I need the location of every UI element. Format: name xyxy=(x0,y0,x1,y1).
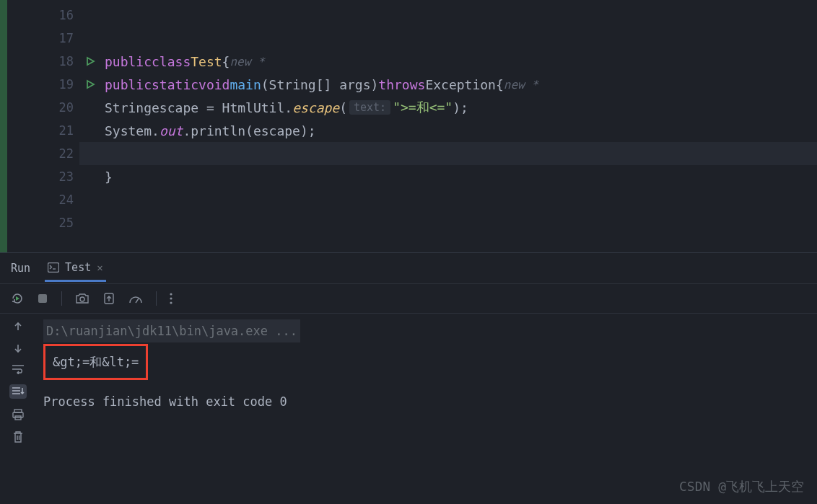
line-number[interactable]: 22 xyxy=(14,142,79,165)
scroll-to-end-icon[interactable] xyxy=(9,384,27,399)
gutter[interactable]: 16 17 18 19 20 21 22 23 24 25 xyxy=(14,0,79,252)
code-line-current[interactable] xyxy=(79,142,817,165)
line-number[interactable]: 24 xyxy=(14,188,79,211)
code-line[interactable]: System.out.println(escape); xyxy=(79,119,817,142)
up-arrow-icon[interactable] xyxy=(12,321,24,332)
console-wrap: D:\ruanjian\jdk11\bin\java.exe ... &gt;=… xyxy=(0,314,817,451)
more-icon[interactable] xyxy=(170,293,172,304)
trash-icon[interactable] xyxy=(12,430,24,443)
code-line[interactable] xyxy=(79,4,817,27)
line-number[interactable]: 18 xyxy=(14,50,79,73)
watermark: CSDN @飞机飞上天空 xyxy=(679,478,804,495)
margin-inner xyxy=(7,0,14,252)
svg-point-7 xyxy=(170,297,172,299)
line-number[interactable]: 25 xyxy=(14,211,79,234)
code-editor: 16 17 18 19 20 21 22 23 24 25 public cla… xyxy=(0,0,817,252)
code-line[interactable]: public static void main(String[] args) t… xyxy=(79,73,817,96)
export-icon[interactable] xyxy=(102,292,115,305)
run-tab[interactable]: Test ✕ xyxy=(45,255,106,282)
code-line[interactable]: } xyxy=(79,165,817,188)
code-line[interactable]: public class Test { new * xyxy=(79,50,817,73)
param-hint: text: xyxy=(349,100,390,115)
down-arrow-icon[interactable] xyxy=(12,342,24,354)
toolbar-separator xyxy=(156,291,157,306)
tab-label: Test xyxy=(65,261,91,274)
rerun-icon[interactable] xyxy=(11,292,24,305)
soft-wrap-icon[interactable] xyxy=(12,364,25,374)
line-number[interactable]: 20 xyxy=(14,96,79,119)
run-label: Run xyxy=(11,262,30,275)
print-icon[interactable] xyxy=(12,409,25,420)
code-content[interactable]: public class Test { new * public static … xyxy=(79,0,817,252)
svg-rect-0 xyxy=(48,262,59,272)
svg-line-5 xyxy=(136,299,139,303)
code-line[interactable] xyxy=(79,27,817,50)
command-line[interactable]: D:\ruanjian\jdk11\bin\java.exe ... xyxy=(43,319,300,342)
output-highlight: &gt;=和&lt;= xyxy=(43,344,148,380)
line-number[interactable]: 21 xyxy=(14,119,79,142)
run-panel: Run Test ✕ xyxy=(0,252,817,451)
code-line[interactable]: String escape = HtmlUtil.escape(text: ">… xyxy=(79,96,817,119)
line-number[interactable]: 19 xyxy=(14,73,79,96)
svg-point-8 xyxy=(170,301,172,304)
code-line[interactable] xyxy=(79,188,817,211)
svg-point-6 xyxy=(170,293,172,295)
run-toolbar xyxy=(0,283,817,314)
line-number[interactable]: 17 xyxy=(14,27,79,50)
exit-message: Process finished with exit code 0 xyxy=(43,390,810,413)
line-number[interactable]: 16 xyxy=(14,4,79,27)
console-output[interactable]: D:\ruanjian\jdk11\bin\java.exe ... &gt;=… xyxy=(36,314,817,451)
toolbar-separator xyxy=(61,291,62,306)
console-sidebar xyxy=(0,314,36,451)
stop-icon[interactable] xyxy=(37,293,48,304)
vcs-margin xyxy=(0,0,7,252)
camera-icon[interactable] xyxy=(75,293,89,304)
line-number[interactable]: 23 xyxy=(14,165,79,188)
svg-point-3 xyxy=(80,297,84,301)
terminal-icon xyxy=(48,262,59,273)
svg-rect-2 xyxy=(38,294,47,303)
close-icon[interactable]: ✕ xyxy=(97,262,102,273)
gauge-icon[interactable] xyxy=(128,293,143,304)
code-line[interactable] xyxy=(79,211,817,234)
run-tabs-bar: Run Test ✕ xyxy=(0,253,817,283)
svg-rect-15 xyxy=(13,412,23,417)
